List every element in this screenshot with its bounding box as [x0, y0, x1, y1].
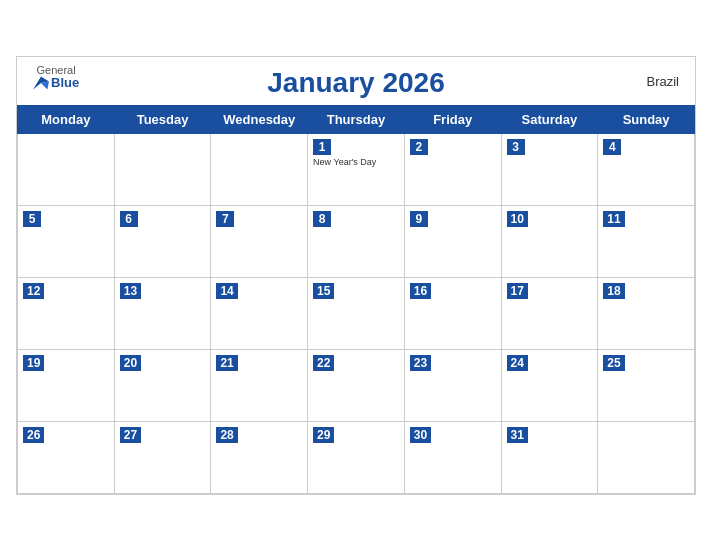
- calendar-cell: 6: [114, 205, 211, 277]
- header-wednesday: Wednesday: [211, 105, 308, 133]
- header-thursday: Thursday: [308, 105, 405, 133]
- day-number: 21: [216, 355, 237, 371]
- calendar-cell: 4: [598, 133, 695, 205]
- logo-bird-icon: [33, 76, 49, 90]
- day-number: 15: [313, 283, 334, 299]
- calendar-cell: [598, 421, 695, 493]
- calendar-cell: 22: [308, 349, 405, 421]
- calendar-cell: 11: [598, 205, 695, 277]
- header-tuesday: Tuesday: [114, 105, 211, 133]
- header-sunday: Sunday: [598, 105, 695, 133]
- day-number: 26: [23, 427, 44, 443]
- calendar-cell: 25: [598, 349, 695, 421]
- calendar-cell: [114, 133, 211, 205]
- day-number: 29: [313, 427, 334, 443]
- calendar-cell: 18: [598, 277, 695, 349]
- day-number: 18: [603, 283, 624, 299]
- logo-general: General: [37, 65, 76, 76]
- calendar-cell: 15: [308, 277, 405, 349]
- day-number: 2: [410, 139, 428, 155]
- day-number: 16: [410, 283, 431, 299]
- calendar-cell: 21: [211, 349, 308, 421]
- day-number: 30: [410, 427, 431, 443]
- day-number: 19: [23, 355, 44, 371]
- calendar-cell: 10: [501, 205, 598, 277]
- header-monday: Monday: [18, 105, 115, 133]
- calendar-cell: 27: [114, 421, 211, 493]
- calendar-cell: 14: [211, 277, 308, 349]
- calendar-cell: 1New Year's Day: [308, 133, 405, 205]
- header-saturday: Saturday: [501, 105, 598, 133]
- day-number: 8: [313, 211, 331, 227]
- day-number: 27: [120, 427, 141, 443]
- calendar-cell: 19: [18, 349, 115, 421]
- calendar-body: 1New Year's Day2345678910111213141516171…: [18, 133, 695, 493]
- week-row-1: 1New Year's Day234: [18, 133, 695, 205]
- day-number: 22: [313, 355, 334, 371]
- week-row-3: 12131415161718: [18, 277, 695, 349]
- day-number: 17: [507, 283, 528, 299]
- calendar-cell: [211, 133, 308, 205]
- calendar-cell: 8: [308, 205, 405, 277]
- day-number: 5: [23, 211, 41, 227]
- calendar-cell: 3: [501, 133, 598, 205]
- calendar-cell: 2: [404, 133, 501, 205]
- day-number: 1: [313, 139, 331, 155]
- day-number: 24: [507, 355, 528, 371]
- day-number: 13: [120, 283, 141, 299]
- calendar-cell: [18, 133, 115, 205]
- day-number: 7: [216, 211, 234, 227]
- logo-blue: Blue: [33, 76, 79, 90]
- calendar-cell: 31: [501, 421, 598, 493]
- week-row-5: 262728293031: [18, 421, 695, 493]
- calendar-header: General Blue January 2026 Brazil: [17, 57, 695, 105]
- day-number: 6: [120, 211, 138, 227]
- day-number: 31: [507, 427, 528, 443]
- calendar-cell: 26: [18, 421, 115, 493]
- week-row-4: 19202122232425: [18, 349, 695, 421]
- calendar-container: General Blue January 2026 Brazil Monday …: [16, 56, 696, 495]
- calendar-cell: 20: [114, 349, 211, 421]
- day-number: 3: [507, 139, 525, 155]
- day-number: 20: [120, 355, 141, 371]
- calendar-cell: 17: [501, 277, 598, 349]
- calendar-cell: 24: [501, 349, 598, 421]
- calendar-cell: 23: [404, 349, 501, 421]
- day-number: 28: [216, 427, 237, 443]
- calendar-cell: 9: [404, 205, 501, 277]
- day-number: 23: [410, 355, 431, 371]
- calendar-cell: 30: [404, 421, 501, 493]
- calendar-cell: 12: [18, 277, 115, 349]
- calendar-table: Monday Tuesday Wednesday Thursday Friday…: [17, 105, 695, 494]
- calendar-cell: 28: [211, 421, 308, 493]
- calendar-cell: 7: [211, 205, 308, 277]
- day-number: 10: [507, 211, 528, 227]
- day-number: 14: [216, 283, 237, 299]
- header-friday: Friday: [404, 105, 501, 133]
- calendar-cell: 13: [114, 277, 211, 349]
- logo-area: General Blue: [33, 65, 79, 90]
- day-number: 4: [603, 139, 621, 155]
- day-number: 25: [603, 355, 624, 371]
- day-number: 11: [603, 211, 624, 227]
- holiday-label: New Year's Day: [313, 157, 399, 167]
- weekday-header-row: Monday Tuesday Wednesday Thursday Friday…: [18, 105, 695, 133]
- calendar-cell: 16: [404, 277, 501, 349]
- calendar-cell: 5: [18, 205, 115, 277]
- calendar-title: January 2026: [267, 67, 444, 99]
- day-number: 12: [23, 283, 44, 299]
- country-label: Brazil: [646, 73, 679, 88]
- day-number: 9: [410, 211, 428, 227]
- week-row-2: 567891011: [18, 205, 695, 277]
- calendar-cell: 29: [308, 421, 405, 493]
